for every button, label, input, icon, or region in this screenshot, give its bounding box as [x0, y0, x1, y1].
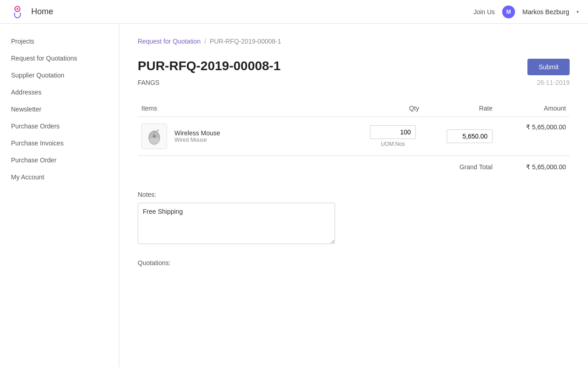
topnav: Home Join Us M Markos Bezburg ▾	[0, 0, 588, 24]
rate-input[interactable]	[447, 129, 493, 143]
document-date: 26-11-2019	[537, 79, 570, 86]
page-header: PUR-RFQ-2019-00008-1 Submit	[138, 59, 570, 75]
svg-point-1	[17, 8, 18, 10]
topnav-right: Join Us M Markos Bezburg ▾	[473, 6, 579, 18]
company-name: FANGS	[138, 79, 159, 86]
notes-textarea[interactable]: Free Shipping	[138, 203, 335, 244]
sidebar-item-my-account[interactable]: My Account	[0, 169, 119, 186]
user-name[interactable]: Markos Bezburg	[522, 8, 569, 16]
col-qty: Qty	[363, 100, 423, 117]
grand-total-value: ₹ 5,65,000.00	[496, 156, 570, 178]
table-row: Wireless Mouse Wired Mouse UOM:Nos	[138, 117, 570, 156]
notes-label: Notes:	[138, 191, 570, 198]
product-cell: Wireless Mouse Wired Mouse	[138, 117, 363, 156]
sidebar-item-request-for-quotations[interactable]: Request for Quotations	[0, 50, 119, 67]
sidebar: Projects Request for Quotations Supplier…	[0, 24, 119, 367]
col-amount: Amount	[496, 100, 570, 117]
sidebar-item-addresses[interactable]: Addresses	[0, 84, 119, 101]
svg-line-5	[156, 130, 159, 132]
items-table: Items Qty Rate Amount	[138, 100, 570, 177]
sidebar-item-purchase-order[interactable]: Purchase Order	[0, 152, 119, 169]
breadcrumb-current: PUR-RFQ-2019-00008-1	[210, 38, 281, 45]
join-us-link[interactable]: Join Us	[473, 8, 495, 16]
grand-total-label: Grand Total	[423, 156, 496, 178]
user-avatar: M	[502, 6, 515, 18]
col-items: Items	[138, 100, 363, 117]
amount-cell: ₹ 5,65,000.00	[496, 117, 570, 156]
uom-label: UOM:Nos	[381, 141, 405, 147]
home-title: Home	[31, 7, 53, 17]
product-info: Wireless Mouse Wired Mouse	[174, 129, 220, 143]
sidebar-item-newsletter[interactable]: Newsletter	[0, 101, 119, 118]
sidebar-item-projects[interactable]: Projects	[0, 33, 119, 50]
quotations-section: Quotations:	[138, 259, 570, 267]
breadcrumb: Request for Quotation / PUR-RFQ-2019-000…	[138, 38, 570, 45]
sidebar-item-purchase-orders[interactable]: Purchase Orders	[0, 118, 119, 135]
col-rate: Rate	[423, 100, 496, 117]
sidebar-item-supplier-quotation[interactable]: Supplier Quotation	[0, 67, 119, 84]
qty-input[interactable]	[370, 125, 416, 139]
breadcrumb-separator: /	[204, 38, 206, 45]
quotations-label: Quotations:	[138, 259, 570, 267]
main-content: Request for Quotation / PUR-RFQ-2019-000…	[119, 24, 588, 367]
product-name: Wireless Mouse	[174, 129, 220, 137]
breadcrumb-link[interactable]: Request for Quotation	[138, 38, 201, 45]
notes-section: Notes: Free Shipping	[138, 191, 570, 245]
topnav-left: Home	[9, 4, 53, 20]
logo-icon[interactable]	[9, 4, 26, 20]
product-image	[141, 123, 167, 149]
sidebar-item-purchase-invoices[interactable]: Purchase Invoices	[0, 135, 119, 152]
layout: Projects Request for Quotations Supplier…	[0, 24, 588, 367]
svg-point-4	[153, 135, 156, 138]
company-row: FANGS 26-11-2019	[138, 79, 570, 86]
user-dropdown-arrow[interactable]: ▾	[577, 9, 579, 14]
submit-button[interactable]: Submit	[527, 59, 570, 75]
product-sub: Wired Mouse	[174, 137, 220, 143]
qty-cell: UOM:Nos	[363, 117, 423, 156]
grand-total-row: Grand Total ₹ 5,65,000.00	[138, 156, 570, 178]
page-title: PUR-RFQ-2019-00008-1	[138, 59, 280, 73]
rate-cell	[423, 117, 496, 156]
